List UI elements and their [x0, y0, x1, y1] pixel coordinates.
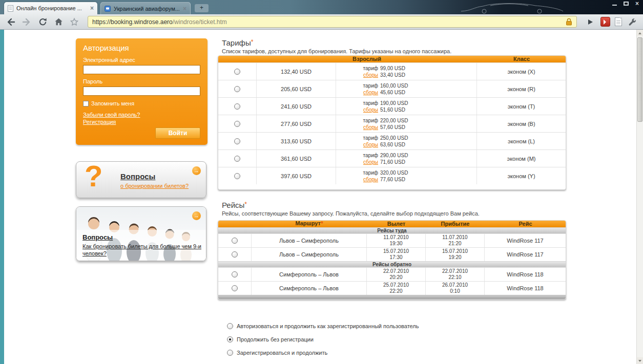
address-bar[interactable]: https://booking.windrose.aero/windrose/t…: [88, 16, 577, 28]
extension-badge-icon[interactable]: [600, 17, 610, 27]
column-flight: Рейс: [485, 221, 566, 227]
fees-link[interactable]: сборы: [363, 159, 378, 165]
wrench-icon: [628, 17, 637, 27]
tariff-class: эконом (R): [477, 80, 566, 97]
main-content: Тарифы* Список тарифов, доступных для бр…: [218, 38, 571, 364]
bookmark-star-button[interactable]: [69, 16, 80, 28]
reload-button[interactable]: [37, 16, 48, 28]
remember-checkbox[interactable]: [83, 101, 89, 106]
promo-subtitle-link[interactable]: Как бронировать билеты для больше чем 9-…: [82, 243, 204, 257]
login-button[interactable]: Войти: [155, 127, 200, 139]
flight-number: WindRose 117: [485, 234, 566, 247]
flight-departure: 15.07.201017:30: [367, 248, 426, 261]
tariff-radio[interactable]: [234, 103, 240, 110]
password-label: Пароль: [83, 78, 200, 84]
remember-label: Запомнить меня: [91, 100, 134, 106]
tariff-row: 241,60 USD тариф190,00 USD сборы51,60 US…: [218, 97, 566, 115]
option-radio[interactable]: [227, 336, 233, 342]
continue-options: Авторизоваться и продолжить как зарегист…: [227, 322, 419, 361]
auth-panel: Авторизация Электронный адрес Пароль Зап…: [76, 38, 208, 145]
vertical-scrollbar[interactable]: [636, 30, 643, 364]
password-field[interactable]: [83, 87, 200, 96]
tariffs-description: Список тарифов, доступных для бронирован…: [222, 48, 451, 54]
tariff-radio[interactable]: [234, 69, 240, 75]
flight-route: Львов – Симферополь: [252, 248, 367, 261]
flight-radio[interactable]: [232, 238, 238, 244]
flight-radio[interactable]: [232, 251, 238, 258]
tools-menu-button[interactable]: [627, 16, 638, 28]
tariff-row: 277,60 USD тариф220,00 USD сборы57,60 US…: [218, 115, 566, 132]
tab-booking[interactable]: Онлайн бронирование ... ×: [4, 2, 97, 14]
arrow-circle-icon[interactable]: →: [192, 166, 201, 175]
tariff-row: 361,60 USD тариф290,00 USD сборы71,60 US…: [218, 149, 566, 167]
flight-radio[interactable]: [232, 285, 238, 291]
fees-link[interactable]: сборы: [363, 177, 378, 182]
scroll-down-button[interactable]: [637, 357, 643, 364]
forward-button[interactable]: [21, 16, 32, 28]
email-field[interactable]: [83, 65, 200, 74]
tariff-radio[interactable]: [234, 86, 240, 92]
forgot-password-link[interactable]: Забыли свой пароль?: [83, 111, 200, 118]
maximize-icon[interactable]: [624, 2, 629, 6]
new-tab-button[interactable]: +: [195, 4, 209, 12]
flight-number: WindRose 117: [485, 248, 566, 261]
promo-title-link[interactable]: Вопросы: [120, 172, 189, 181]
tab-title: Украинский авиафорум...: [114, 6, 180, 12]
tariffs-table: Взрослый Класс 132,40 USD тариф99,00 USD…: [218, 55, 566, 190]
tariff-radio[interactable]: [234, 138, 240, 144]
tariff-radio[interactable]: [234, 121, 240, 127]
tab-close-icon[interactable]: ×: [183, 5, 186, 12]
register-link[interactable]: Регистрация: [83, 118, 200, 125]
tab-forum[interactable]: Украинский авиафорум... ×: [100, 2, 191, 14]
tariff-total: 397,60 USD: [257, 167, 336, 184]
scrollbar-thumb[interactable]: [637, 37, 642, 122]
option-radio[interactable]: [227, 350, 233, 356]
option-radio[interactable]: [227, 323, 233, 329]
flight-row: Симферополь – Львов 22.07.201020:20 22.0…: [218, 267, 566, 281]
tariff-total: 241,60 USD: [257, 98, 336, 115]
option-authorize[interactable]: Авторизоваться и продолжить как зарегист…: [227, 322, 419, 331]
flight-departure: 25.07.201022:20: [367, 282, 426, 295]
page-menu-icon[interactable]: [615, 17, 622, 26]
tariffs-table-footer: [218, 184, 566, 189]
url-path: /windrose/ticket.htm: [173, 18, 227, 26]
remember-me[interactable]: Запомнить меня: [83, 100, 200, 106]
scroll-up-button[interactable]: [637, 30, 643, 36]
play-icon: [588, 19, 593, 25]
fees-link[interactable]: сборы: [363, 90, 378, 95]
minimize-icon[interactable]: [612, 5, 617, 6]
column-departure: Вылет: [367, 221, 426, 227]
window-border: [0, 30, 4, 364]
flights-table-footer: [218, 295, 566, 299]
option-continue-without-registration[interactable]: Продолжить без регистрации: [227, 335, 419, 344]
fees-link[interactable]: сборы: [363, 124, 378, 130]
outbound-section-label: Рейсы туда: [218, 227, 566, 233]
tariff-breakdown: тариф290,00 USD сборы71,60 USD: [336, 150, 477, 167]
required-mark: *: [251, 38, 254, 46]
tab-close-icon[interactable]: ×: [90, 5, 94, 12]
tariff-total: 361,60 USD: [257, 150, 336, 167]
arrow-circle-icon[interactable]: →: [192, 211, 201, 220]
flight-radio[interactable]: [232, 271, 238, 277]
forum-favicon-icon: [105, 6, 111, 12]
fees-link[interactable]: сборы: [363, 72, 378, 78]
arrow-down-icon: [638, 360, 641, 362]
go-button[interactable]: [585, 16, 596, 28]
home-button[interactable]: [53, 16, 64, 28]
promo-booking-questions[interactable]: ? Вопросы о бронировании билетов? →: [76, 161, 206, 198]
required-mark: *: [244, 201, 247, 208]
option-register-and-continue[interactable]: Зарегистрироваться и продолжить: [227, 348, 419, 357]
promo-subtitle-link[interactable]: о бронировании билетов?: [120, 183, 189, 189]
tariff-breakdown: тариф220,00 USD сборы57,60 USD: [336, 115, 477, 132]
fees-link[interactable]: сборы: [363, 142, 378, 147]
promo-title-link[interactable]: Вопросы: [82, 233, 204, 241]
column-arrival: Прибытие: [426, 221, 485, 227]
tariff-radio[interactable]: [234, 173, 240, 179]
column-class: Класс: [477, 56, 566, 62]
fees-link[interactable]: сборы: [363, 107, 378, 113]
promo-group-questions[interactable]: Вопросы Как бронировать билеты для больш…: [76, 206, 206, 261]
tariff-total: 277,60 USD: [257, 115, 336, 132]
window-close-icon[interactable]: ×: [635, 1, 639, 7]
back-button[interactable]: [5, 16, 16, 28]
tariff-radio[interactable]: [234, 156, 240, 162]
